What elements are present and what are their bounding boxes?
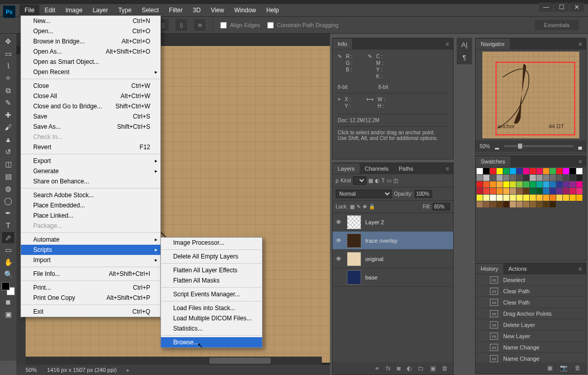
scrollbar-horizontal[interactable] [26,357,322,365]
menu-item[interactable]: Import [21,255,160,265]
layer-filter-select[interactable] [353,176,366,185]
status-zoom[interactable]: 50% [26,367,37,373]
menu-item[interactable]: Flatten All Masks [161,275,262,286]
nav-zoom-value[interactable]: 50% [480,144,490,149]
menu-view[interactable]: View [206,5,229,16]
swatch[interactable] [523,168,529,174]
paragraph-panel-icon[interactable]: ¶ [463,54,466,61]
menu-help[interactable]: Help [261,5,284,16]
menu-item[interactable]: Flatten All Layer Effects [161,265,262,275]
blur-tool[interactable]: ◍ [2,183,14,194]
swatch[interactable] [576,175,582,181]
swatch[interactable] [570,195,576,201]
menu-item[interactable]: Search Adobe Stock... [21,190,160,200]
minimize-button[interactable]: — [539,3,553,12]
menu-item[interactable]: Image Processor... [161,238,262,248]
swatch[interactable] [523,175,529,181]
swatch[interactable] [543,175,549,181]
visibility-icon[interactable]: 👁 [336,219,343,226]
swatch[interactable] [550,201,556,207]
swatch[interactable] [483,201,489,207]
swatch[interactable] [570,188,576,194]
close-button[interactable]: ✕ [570,3,584,12]
history-item[interactable]: ▭New Layer [476,331,586,342]
menu-item[interactable]: SaveCtrl+S [21,111,160,122]
swatch[interactable] [497,188,503,194]
swatch[interactable] [550,168,556,174]
swatch[interactable] [570,181,576,188]
dodge-tool[interactable]: ◯ [2,195,14,206]
swatch[interactable] [550,175,556,181]
swatch[interactable] [563,195,569,201]
menu-item[interactable]: Close AllAlt+Ctrl+W [21,91,160,101]
panel-menu-icon[interactable]: ≡ [442,166,453,172]
adjustment-icon[interactable]: ◐ [407,365,412,372]
menu-item[interactable]: Browse in Bridge...Alt+Ctrl+O [21,36,160,46]
swatch[interactable] [523,195,529,201]
swatch[interactable] [563,175,569,181]
swatch[interactable] [516,188,523,194]
swatch[interactable] [503,201,509,207]
swatch[interactable] [490,201,496,207]
swatch[interactable] [556,188,562,194]
swatch[interactable] [563,181,569,188]
hand-tool[interactable]: ✋ [2,256,14,268]
filter-adjust-icon[interactable]: ◐ [375,178,380,183]
opacity-input[interactable] [415,190,432,198]
swatch[interactable] [510,195,516,201]
stack-icon[interactable]: ≋ [194,19,205,31]
group-icon[interactable]: 🗀 [418,365,424,372]
swatch[interactable] [503,168,509,174]
swatch[interactable] [563,168,569,174]
swatch[interactable] [543,201,549,207]
lock-all-icon[interactable]: 🔒 [369,204,375,209]
menu-item[interactable]: RevertF12 [21,142,160,152]
menu-item[interactable]: Open Recent [21,67,160,77]
zoom-slider[interactable] [504,145,573,147]
swatch[interactable] [543,181,549,188]
swatch[interactable] [530,195,536,201]
menu-item[interactable]: Delete All Empty Layers [161,251,262,262]
swatch[interactable] [563,188,569,194]
panel-menu-icon[interactable]: ≡ [575,266,586,272]
menu-item[interactable]: Export [21,156,160,166]
panel-menu-icon[interactable]: ≡ [442,41,453,47]
panel-menu-icon[interactable]: ≡ [575,41,586,47]
menu-item[interactable]: Close and Go to Bridge...Shift+Ctrl+W [21,101,160,111]
menu-item[interactable]: Place Linked... [21,210,160,221]
history-item[interactable]: ▭Name Change [476,342,586,353]
history-item[interactable]: ▭Delete Layer [476,319,586,331]
menu-item[interactable]: Browse... [161,337,262,347]
menu-select[interactable]: Select [136,5,163,16]
swatch[interactable] [550,181,556,188]
fx-icon[interactable]: fx [386,365,390,372]
history-delete-icon[interactable]: 🗑 [575,364,581,371]
layer-row[interactable]: 👁Layer 2 [333,213,453,231]
move-tool[interactable]: ✥ [2,36,14,47]
swatch[interactable] [570,175,576,181]
filter-pixel-icon[interactable]: ▦ [368,178,373,183]
menu-item[interactable]: Automate [21,235,160,245]
navigator-tab[interactable]: Navigator [476,39,510,49]
visibility-icon[interactable]: 👁 [336,237,343,244]
swatch[interactable] [536,175,543,181]
swatch[interactable] [483,195,489,201]
menu-layer[interactable]: Layer [87,5,113,16]
gradient-tool[interactable]: ▤ [2,171,14,182]
character-panel-icon[interactable]: A| [461,41,467,49]
swatch[interactable] [490,195,496,201]
patch-tool[interactable]: ✚ [2,109,14,121]
menu-item[interactable]: File Info...Alt+Shift+Ctrl+I [21,269,160,279]
type-tool[interactable]: T [2,220,14,231]
swatch[interactable] [516,201,523,207]
link-layers-icon[interactable]: ⚭ [374,365,380,372]
brush-tool[interactable]: 🖌 [2,122,14,133]
swatch[interactable] [523,201,529,207]
swatch[interactable] [536,168,543,174]
marquee-tool[interactable]: ▭ [2,48,14,59]
swatch[interactable] [477,201,483,207]
swatch[interactable] [530,201,536,207]
quickmask-icon[interactable]: ◙ [2,296,14,308]
swatch[interactable] [570,168,576,174]
zoom-in-icon[interactable]: ▄ [578,144,582,149]
